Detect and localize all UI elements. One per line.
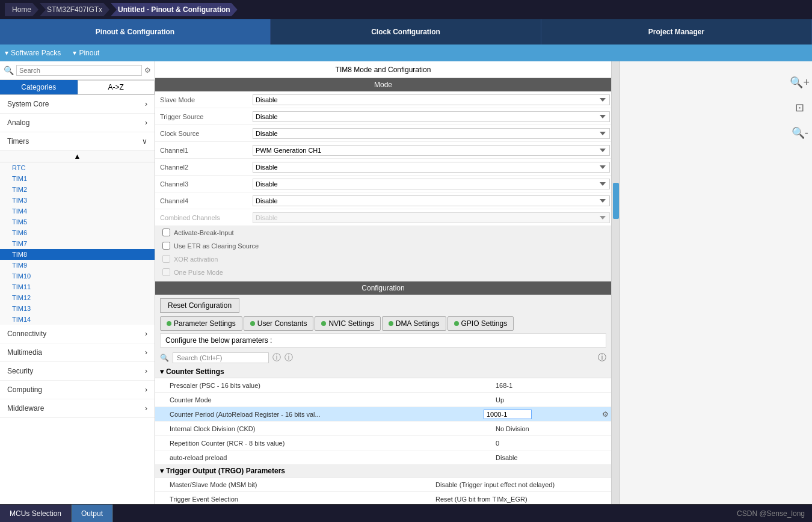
label-slave-mode: Slave Mode <box>155 94 251 106</box>
sidebar-item-analog[interactable]: Analog › <box>0 114 155 132</box>
select-trigger-source[interactable]: Disable <box>253 111 610 122</box>
tab-parameter-settings[interactable]: Parameter Settings <box>160 316 242 331</box>
params-search-bar: 🔍 ⓘ ⓘ ⓘ <box>155 350 611 366</box>
select-channel2[interactable]: Disable <box>253 162 610 173</box>
breadcrumb-device[interactable]: STM32F407IGTx <box>40 3 109 16</box>
tab-categories[interactable]: Categories <box>0 80 78 94</box>
sidebar-item-tim5[interactable]: TIM5 <box>0 216 155 227</box>
tab-dma-settings[interactable]: DMA Settings <box>382 316 446 331</box>
label-clock-source: Clock Source <box>155 127 251 140</box>
tab-pinout-config[interactable]: Pinout & Configuration <box>0 19 271 45</box>
sidebar-item-tim3[interactable]: TIM3 <box>0 195 155 206</box>
param-name-msm: Master/Slave Mode (MSM bit) <box>155 479 431 490</box>
sidebar-item-tim9[interactable]: TIM9 <box>0 260 155 271</box>
sub-nav-software-packs[interactable]: ▾ Software Packs <box>5 49 61 57</box>
tab-project-manager[interactable]: Project Manager <box>541 19 812 45</box>
config-row-slave-mode: Slave Mode Disable <box>155 91 611 108</box>
tab-nvic-settings[interactable]: NVIC Settings <box>315 316 380 331</box>
breadcrumb-current[interactable]: Untitled - Pinout & Configuration <box>111 3 238 16</box>
label-xor: XOR activation <box>174 256 218 263</box>
tab-gpio-settings[interactable]: GPIO Settings <box>448 316 514 331</box>
dot-gpio <box>454 321 459 326</box>
label-channel2: Channel2 <box>155 161 251 173</box>
counter-settings-header[interactable]: ▾ Counter Settings <box>155 366 611 378</box>
sidebar-item-connectivity[interactable]: Connectivity › <box>0 325 155 343</box>
settings-icon[interactable]: ⚙ <box>144 66 151 75</box>
param-name-autoreload-preload: auto-reload preload <box>155 452 491 463</box>
param-name-trigger-event: Trigger Event Selection <box>155 494 431 505</box>
sidebar-item-tim7[interactable]: TIM7 <box>0 238 155 249</box>
sidebar-item-tim8[interactable]: TIM8 <box>0 249 155 260</box>
dot-parameter <box>167 321 171 326</box>
sidebar-item-tim14[interactable]: TIM14 <box>0 314 155 325</box>
select-channel1[interactable]: PWM Generation CH1 <box>253 145 610 156</box>
sidebar-item-tim13[interactable]: TIM13 <box>0 303 155 314</box>
fit-screen-icon[interactable]: ⊡ <box>795 101 804 114</box>
sidebar-item-tim4[interactable]: TIM4 <box>0 206 155 216</box>
zoom-out-icon[interactable]: 🔍- <box>792 126 808 140</box>
tab-az[interactable]: A->Z <box>78 80 155 94</box>
tab-output[interactable]: Output <box>72 505 113 522</box>
trgo-header[interactable]: ▾ Trigger Output (TRGO) Parameters <box>155 465 611 477</box>
sidebar-item-computing[interactable]: Computing › <box>0 381 155 399</box>
sidebar-item-multimedia[interactable]: Multimedia › <box>0 343 155 362</box>
config-row-channel2: Channel2 Disable <box>155 159 611 176</box>
reset-config-button[interactable]: Reset Configuration <box>160 298 239 313</box>
breadcrumb-home[interactable]: Home <box>5 3 38 16</box>
mode-section-header: Mode <box>155 78 611 91</box>
submenu-collapse-header[interactable]: ▲ <box>0 151 155 162</box>
select-slave-mode[interactable]: Disable <box>253 94 610 105</box>
sidebar-item-timers[interactable]: Timers ∨ <box>0 132 155 151</box>
select-clock-source[interactable]: Disable <box>253 128 610 139</box>
bottom-bar: MCUs Selection Output CSDN @Sense_long <box>0 504 812 522</box>
sidebar-item-security[interactable]: Security › <box>0 362 155 381</box>
sidebar-item-tim10[interactable]: TIM10 <box>0 271 155 281</box>
param-value-counter-mode: Up <box>491 395 611 405</box>
check-xor <box>162 255 170 263</box>
right-scrollbar[interactable] <box>611 61 620 504</box>
label-use-etr: Use ETR as Clearing Source <box>174 242 259 250</box>
config-tabs: Parameter Settings User Constants NVIC S… <box>155 316 611 331</box>
param-row-ckd: Internal Clock Division (CKD) No Divisio… <box>155 422 611 436</box>
gear-icon-counter-period[interactable]: ⚙ <box>599 410 611 419</box>
check-activate-break[interactable] <box>162 229 170 236</box>
config-section: Configuration Reset Configuration Parame… <box>155 281 611 504</box>
sidebar-item-tim2[interactable]: TIM2 <box>0 184 155 195</box>
tab-clock-config[interactable]: Clock Configuration <box>271 19 541 45</box>
sidebar-item-tim12[interactable]: TIM12 <box>0 292 155 303</box>
params-search-input[interactable] <box>173 352 269 363</box>
select-channel3[interactable]: Disable <box>253 179 610 189</box>
sidebar-item-tim6[interactable]: TIM6 <box>0 227 155 238</box>
sidebar-item-tim1[interactable]: TIM1 <box>0 173 155 184</box>
timers-submenu: ▲ RTC TIM1 TIM2 TIM3 TIM4 TIM5 TIM6 TIM7… <box>0 151 155 325</box>
param-value-msm: Disable (Trigger input effect not delaye… <box>431 479 611 490</box>
search-input[interactable] <box>16 65 142 76</box>
content-with-scroll: TIM8 Mode and Configuration Mode Slave M… <box>155 61 812 504</box>
sidebar-item-middleware[interactable]: Middleware › <box>0 399 155 418</box>
param-row-trigger-event: Trigger Event Selection Reset (UG bit fr… <box>155 492 611 504</box>
param-value-counter-period <box>479 408 599 421</box>
tab-user-constants[interactable]: User Constants <box>244 316 314 331</box>
tab-mcus-selection[interactable]: MCUs Selection <box>0 505 72 522</box>
select-channel4[interactable]: Disable <box>253 195 610 206</box>
sidebar-search-bar: 🔍 ⚙ <box>0 61 155 80</box>
param-row-prescaler: Prescaler (PSC - 16 bits value) 168-1 <box>155 378 611 393</box>
info-icon-2[interactable]: ⓘ <box>285 352 293 363</box>
param-input-counter-period[interactable] <box>484 410 532 419</box>
param-row-repetition: Repetition Counter (RCR - 8 bits value) … <box>155 436 611 450</box>
zoom-in-icon[interactable]: 🔍+ <box>790 76 810 89</box>
sub-nav-pinout[interactable]: ▾ Pinout <box>73 49 99 57</box>
params-header: Configure the below parameters : <box>160 333 606 348</box>
sidebar-item-system-core[interactable]: System Core › <box>0 95 155 114</box>
main-content: TIM8 Mode and Configuration Mode Slave M… <box>155 61 611 504</box>
sidebar-item-rtc[interactable]: RTC <box>0 162 155 173</box>
sidebar-item-tim11[interactable]: TIM11 <box>0 281 155 292</box>
scrollbar-thumb[interactable] <box>613 183 619 219</box>
info-icon-1[interactable]: ⓘ <box>272 352 281 363</box>
check-use-etr[interactable] <box>162 242 170 250</box>
search-icon: 🔍 <box>4 66 14 75</box>
param-name-prescaler: Prescaler (PSC - 16 bits value) <box>155 380 491 391</box>
config-row-channel3: Channel3 Disable <box>155 176 611 192</box>
config-section-header: Configuration <box>155 281 611 295</box>
label-channel1: Channel1 <box>155 144 251 156</box>
